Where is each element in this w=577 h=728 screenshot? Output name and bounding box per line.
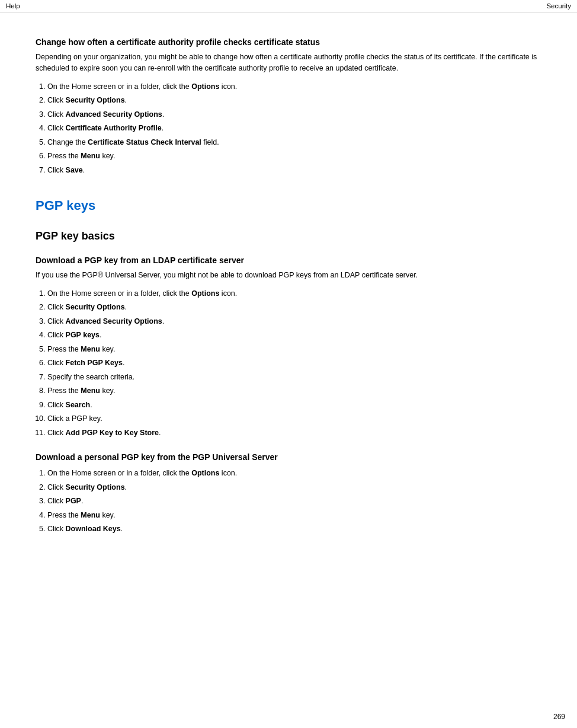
download-personal-pgp-heading: Download a personal PGP key from the PGP… [36, 452, 541, 462]
list-item: Press the Menu key. [47, 509, 541, 522]
download-pgp-ldap-steps: On the Home screen or in a folder, click… [47, 287, 541, 440]
change-cert-steps: On the Home screen or in a folder, click… [47, 80, 541, 177]
list-item: Click PGP keys. [47, 328, 541, 342]
list-item: Click Advanced Security Options. [47, 108, 541, 122]
change-cert-section: Change how often a certificate authority… [36, 37, 541, 177]
header-right: Security [546, 2, 571, 9]
list-item: Click PGP. [47, 494, 541, 508]
list-item: Click Security Options. [47, 481, 541, 494]
download-pgp-ldap-description: If you use the PGP® Universal Server, yo… [36, 270, 541, 281]
page-number: 269 [553, 713, 565, 721]
list-item: Click Security Options. [47, 301, 541, 314]
change-cert-description: Depending on your organization, you migh… [36, 52, 541, 74]
download-pgp-ldap-section: Download a PGP key from an LDAP certific… [36, 256, 541, 439]
list-item: Press the Menu key. [47, 384, 541, 398]
list-item: On the Home screen or in a folder, click… [47, 467, 541, 480]
list-item: Click Add PGP Key to Key Store. [47, 426, 541, 440]
page-header: Help Security [0, 0, 577, 12]
list-item: Press the Menu key. [47, 149, 541, 163]
list-item: Click Security Options. [47, 94, 541, 107]
list-item: Click Fetch PGP Keys. [47, 356, 541, 370]
chapter-title: PGP keys [36, 198, 541, 213]
list-item: Press the Menu key. [47, 343, 541, 356]
list-item: Click Certificate Authority Profile. [47, 122, 541, 135]
list-item: Click Advanced Security Options. [47, 315, 541, 328]
header-left: Help [6, 2, 20, 9]
list-item: On the Home screen or in a folder, click… [47, 287, 541, 301]
list-item: Click Save. [47, 164, 541, 177]
list-item: Click Download Keys. [47, 522, 541, 536]
list-item: Click a PGP key. [47, 412, 541, 426]
list-item: On the Home screen or in a folder, click… [47, 80, 541, 94]
pgp-key-basics-title: PGP key basics [36, 230, 541, 242]
download-personal-pgp-section: Download a personal PGP key from the PGP… [36, 452, 541, 536]
main-content: Change how often a certificate authority… [0, 12, 577, 571]
download-pgp-ldap-heading: Download a PGP key from an LDAP certific… [36, 256, 541, 265]
list-item: Specify the search criteria. [47, 371, 541, 384]
list-item: Click Search. [47, 398, 541, 412]
change-cert-heading: Change how often a certificate authority… [36, 37, 541, 47]
list-item: Change the Certificate Status Check Inte… [47, 136, 541, 149]
download-personal-pgp-steps: On the Home screen or in a folder, click… [47, 467, 541, 536]
